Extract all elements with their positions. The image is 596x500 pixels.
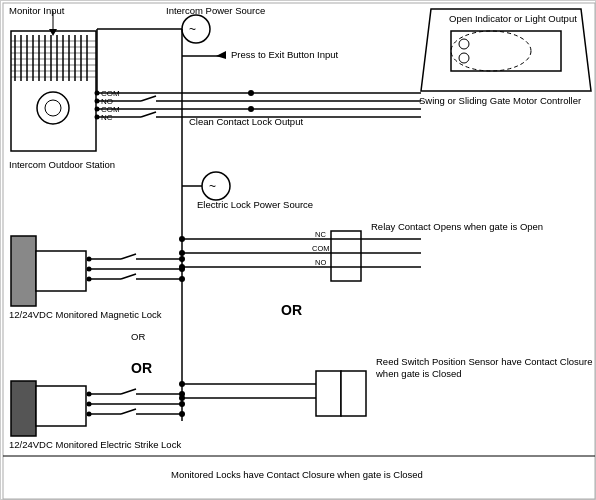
svg-rect-110: [451, 31, 561, 71]
svg-point-112: [459, 53, 469, 63]
svg-text:~: ~: [209, 179, 216, 193]
magnetic-lock-label: 12/24VDC Monitored Magnetic Lock: [9, 309, 162, 321]
svg-point-109: [179, 395, 185, 401]
svg-point-85: [179, 411, 185, 417]
open-indicator-label: Open Indicator or Light Output: [449, 13, 577, 25]
or-bottom-label: OR: [131, 359, 152, 377]
wiring-diagram: COM NO COM NC ~ ~: [0, 0, 596, 500]
svg-point-84: [179, 401, 185, 407]
svg-point-119: [248, 106, 254, 112]
svg-rect-1: [11, 31, 96, 151]
reed-switch-label: Reed Switch Position Sensor have Contact…: [376, 356, 595, 381]
svg-rect-68: [11, 381, 36, 436]
svg-rect-103: [341, 371, 366, 416]
svg-text:NC: NC: [315, 230, 326, 239]
svg-point-111: [459, 39, 469, 49]
relay-contact-label: Relay Contact Opens when gate is Open: [371, 221, 543, 233]
svg-point-108: [179, 381, 185, 387]
or-top-label: OR: [131, 331, 145, 343]
svg-text:NO: NO: [315, 258, 326, 267]
press-to-exit-label: Press to Exit Button Input: [231, 49, 338, 61]
or-middle-label: OR: [281, 301, 302, 319]
svg-rect-51: [36, 251, 86, 291]
electric-lock-power-label: Electric Lock Power Source: [197, 199, 313, 211]
svg-point-100: [179, 250, 185, 256]
svg-point-67: [179, 276, 185, 282]
intercom-outdoor-label: Intercom Outdoor Station: [9, 159, 115, 171]
svg-text:COM: COM: [312, 244, 330, 253]
intercom-power-label: Intercom Power Source: [166, 5, 265, 17]
swing-gate-label: Swing or Sliding Gate Motor Controller: [419, 95, 581, 107]
svg-point-99: [179, 236, 185, 242]
svg-rect-50: [11, 236, 36, 306]
svg-point-118: [248, 90, 254, 96]
svg-rect-102: [316, 371, 341, 416]
svg-text:~: ~: [189, 22, 196, 36]
svg-point-101: [179, 264, 185, 270]
svg-point-23: [45, 100, 61, 116]
electric-strike-label: 12/24VDC Monitored Electric Strike Lock: [9, 439, 181, 451]
svg-point-65: [179, 256, 185, 262]
monitor-input-label: Monitor Input: [9, 5, 64, 17]
svg-rect-69: [36, 386, 86, 426]
monitored-locks-label: Monitored Locks have Contact Closure whe…: [171, 469, 423, 481]
clean-contact-label: Clean Contact Lock Output: [189, 116, 303, 128]
